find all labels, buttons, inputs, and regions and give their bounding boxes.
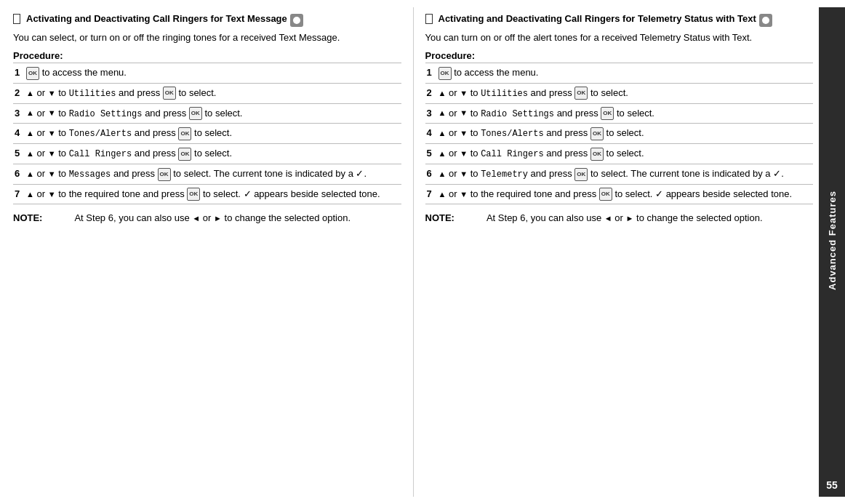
left-step-6-num: 6 <box>13 164 25 184</box>
arrow-down-icon: ▼ <box>48 169 56 180</box>
main-content: Activating and Deactivating Call Ringers… <box>0 0 845 504</box>
right-step-4-content: ▲ or ▼ to Tones/Alerts and press OK to s… <box>437 124 814 144</box>
left-step-7-content: ▲ or ▼ to the required tone and press OK… <box>25 184 401 204</box>
left-step-4-content: ▲ or ▼ to Tones/Alerts and press OK to s… <box>25 124 401 144</box>
right-note: NOTE: At Step 6, you can also use ◄ or ►… <box>425 212 814 225</box>
right-step-6: 6 ▲ or ▼ to Telemetry and press OK to se… <box>425 164 814 184</box>
arrow-down-icon: ▼ <box>460 148 468 159</box>
right-step-1: 1 OK to access the menu. <box>425 63 814 84</box>
left-step-1-text: to access the menu. <box>42 67 127 78</box>
right-step-4-num: 4 <box>425 124 437 144</box>
left-step-5-content: ▲ or ▼ to Call Ringers and press OK to s… <box>25 144 401 164</box>
left-step-7: 7 ▲ or ▼ to the required tone and press … <box>13 184 401 204</box>
sidebar-tab-container: Advanced Features 55 <box>819 7 845 497</box>
ok-button-icon: OK <box>163 87 176 100</box>
right-step-3: 3 ▲ or ▼ to Radio Settings and press OK … <box>425 103 814 124</box>
ok-button-icon: OK <box>601 107 614 120</box>
arrow-up-icon: ▲ <box>26 88 34 99</box>
arrow-up-icon: ▲ <box>26 169 34 180</box>
arrow-right-icon: ► <box>626 213 634 224</box>
right-step-2-content: ▲ or ▼ to Utilities and press OK to sele… <box>437 83 814 103</box>
bookmark-icon-right <box>425 14 433 24</box>
left-step-7-num: 7 <box>13 184 25 204</box>
message-icon-right <box>759 14 772 27</box>
page-number-container: 55 <box>819 473 845 497</box>
arrow-down-icon: ▼ <box>48 108 56 119</box>
right-note-label: NOTE: <box>425 212 454 225</box>
right-step-1-num: 1 <box>425 63 437 84</box>
utilities-text-r: Utilities <box>481 89 528 99</box>
ok-button-icon: OK <box>26 67 39 80</box>
arrow-down-icon: ▼ <box>48 148 56 159</box>
utilities-text: Utilities <box>69 89 116 99</box>
left-note-label: NOTE: <box>13 212 42 225</box>
right-column: Activating and Deactivating Call Ringers… <box>414 7 820 497</box>
arrow-up-icon: ▲ <box>438 108 446 119</box>
arrow-down-icon: ▼ <box>48 128 56 139</box>
bookmark-icon-left <box>13 14 20 24</box>
left-step-1: 1 OK to access the menu. <box>13 63 401 84</box>
left-step-4-num: 4 <box>13 124 25 144</box>
arrow-up-icon: ▲ <box>26 108 34 119</box>
radio-settings-text-r: Radio Settings <box>481 109 554 119</box>
tones-alerts-text: Tones/Alerts <box>69 129 132 139</box>
right-step-3-content: ▲ or ▼ to Radio Settings and press OK to… <box>437 103 814 124</box>
left-step-2: 2 ▲ or ▼ to Utilities and press OK to se… <box>13 83 401 103</box>
ok-button-icon: OK <box>574 87 588 100</box>
telemetry-text: Telemetry <box>481 169 528 180</box>
arrow-up-icon: ▲ <box>26 128 34 139</box>
arrow-up-icon: ▲ <box>438 88 446 99</box>
right-step-7-content: ▲ or ▼ to the required tone and press OK… <box>437 184 814 204</box>
left-step-1-num: 1 <box>13 63 25 84</box>
left-procedure-label: Procedure: <box>13 50 401 61</box>
left-step-4: 4 ▲ or ▼ to Tones/Alerts and press OK to… <box>13 124 401 144</box>
arrow-down-icon: ▼ <box>48 88 56 99</box>
left-step-2-num: 2 <box>13 83 25 103</box>
to-text: to <box>58 87 68 98</box>
left-step-6-content: ▲ or ▼ to Messages and press OK to selec… <box>25 164 401 184</box>
call-ringers-text-r: Call Ringers <box>481 149 543 159</box>
press-text: and press <box>119 87 163 98</box>
left-steps-table: 1 OK to access the menu. 2 ▲ or ▼ to Uti… <box>13 63 401 204</box>
right-step-3-num: 3 <box>425 103 437 124</box>
left-step-3-content: ▲ or ▼ to Radio Settings and press OK to… <box>25 103 401 124</box>
messages-text: Messages <box>69 169 111 180</box>
ok-button-icon: OK <box>599 188 612 201</box>
arrow-left-icon: ◄ <box>192 213 200 224</box>
right-note-content: At Step 6, you can also use ◄ or ► to ch… <box>457 212 763 225</box>
arrow-down-icon: ▼ <box>460 128 468 139</box>
arrow-left-icon: ◄ <box>604 213 612 224</box>
right-step-7-num: 7 <box>425 184 437 204</box>
arrow-down-icon: ▼ <box>460 108 468 119</box>
arrow-up-icon: ▲ <box>26 148 34 159</box>
left-step-5-num: 5 <box>13 144 25 164</box>
ok-button-icon: OK <box>574 168 588 181</box>
left-column: Activating and Deactivating Call Ringers… <box>7 7 414 497</box>
left-step-3: 3 ▲ or ▼ to Radio Settings and press OK … <box>13 103 401 124</box>
arrow-up-icon: ▲ <box>438 128 446 139</box>
tones-alerts-text-r: Tones/Alerts <box>481 129 543 139</box>
message-icon-inner-left <box>293 17 300 24</box>
ok-button-icon: OK <box>189 107 202 120</box>
right-procedure-label: Procedure: <box>425 50 814 61</box>
ok-button-icon: OK <box>187 188 200 201</box>
ok-button-icon: OK <box>178 148 191 161</box>
right-step-2: 2 ▲ or ▼ to Utilities and press OK to se… <box>425 83 814 103</box>
ok-button-icon: OK <box>590 148 604 161</box>
right-steps-table: 1 OK to access the menu. 2 ▲ or ▼ to Uti… <box>425 63 814 204</box>
arrow-up-icon: ▲ <box>438 169 446 180</box>
arrow-down-icon: ▼ <box>460 88 468 99</box>
left-heading-text: Activating and Deactivating Call Ringers… <box>26 13 287 25</box>
right-step-4: 4 ▲ or ▼ to Tones/Alerts and press OK to… <box>425 124 814 144</box>
or-text: or <box>37 87 48 98</box>
left-step-5: 5 ▲ or ▼ to Call Ringers and press OK to… <box>13 144 401 164</box>
message-icon-inner-right <box>762 17 769 24</box>
arrow-up-icon: ▲ <box>438 189 446 200</box>
left-section-heading: Activating and Deactivating Call Ringers… <box>13 13 401 27</box>
ok-button-icon: OK <box>438 67 452 80</box>
arrow-up-icon: ▲ <box>26 189 34 200</box>
arrow-down-icon: ▼ <box>48 189 56 200</box>
page-number: 55 <box>826 479 838 491</box>
right-step-6-content: ▲ or ▼ to Telemetry and press OK to sele… <box>437 164 814 184</box>
right-step-1-content: OK to access the menu. <box>437 63 814 84</box>
